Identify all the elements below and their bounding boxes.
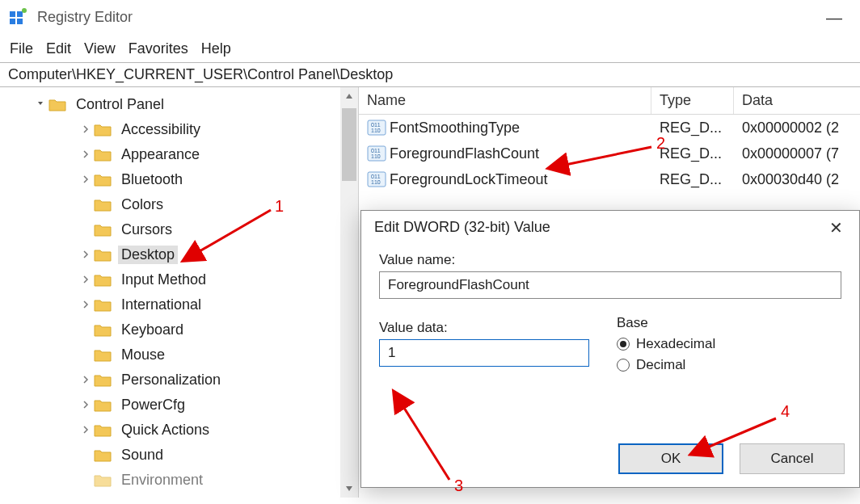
tree-item-cursors[interactable]: Cursors xyxy=(57,217,358,242)
address-bar[interactable]: Computer\HKEY_CURRENT_USER\Control Panel… xyxy=(0,62,860,87)
menubar: File Edit View Favorites Help xyxy=(0,36,860,62)
value-name: FontSmoothingType xyxy=(390,120,520,136)
column-header-data[interactable]: Data xyxy=(734,87,860,114)
folder-icon xyxy=(94,348,112,363)
tree-item-environment[interactable]: Environment xyxy=(57,468,358,493)
cell-type: REG_D... xyxy=(651,120,734,136)
tree-item-label: PowerCfg xyxy=(118,396,188,414)
chevron-right-icon[interactable] xyxy=(79,250,92,261)
chevron-right-icon[interactable] xyxy=(79,124,92,136)
tree: Control Panel AccessibilityAppearanceBlu… xyxy=(0,92,358,493)
dialog-buttons: OK Cancel xyxy=(618,443,845,474)
menu-help[interactable]: Help xyxy=(201,40,231,57)
svg-text:110: 110 xyxy=(371,128,381,133)
tree-item-desktop[interactable]: Desktop xyxy=(57,242,358,267)
value-name-field[interactable]: ForegroundFlashCount xyxy=(379,271,841,299)
chevron-down-icon[interactable] xyxy=(34,99,47,111)
tree-item-appearance[interactable]: Appearance xyxy=(57,142,358,167)
svg-text:011: 011 xyxy=(371,122,381,128)
chevron-right-icon[interactable] xyxy=(79,400,92,411)
tree-item-input-method[interactable]: Input Method xyxy=(57,267,358,292)
registry-editor-window: Registry Editor — File Edit View Favorit… xyxy=(0,0,860,504)
value-data-label: Value data: xyxy=(379,320,597,336)
tree-item-powercfg[interactable]: PowerCfg xyxy=(57,393,358,418)
tree-item-label: Sound xyxy=(118,446,167,464)
tree-scrollbar[interactable] xyxy=(340,87,358,498)
cancel-label: Cancel xyxy=(771,451,814,467)
tree-item-keyboard[interactable]: Keyboard xyxy=(57,317,358,342)
svg-rect-2 xyxy=(10,19,15,24)
app-title: Registry Editor xyxy=(37,9,826,26)
titlebar: Registry Editor — xyxy=(0,0,860,36)
scroll-down-button[interactable] xyxy=(340,480,358,498)
folder-icon xyxy=(94,173,112,187)
chevron-right-icon[interactable] xyxy=(79,300,92,311)
list-row[interactable]: 011 110 ForegroundFlashCountREG_D...0x00… xyxy=(359,141,860,166)
tree-item-label: Keyboard xyxy=(118,321,187,339)
list-header: Name Type Data xyxy=(359,87,860,115)
list-body: 011 110 FontSmoothingTypeREG_D...0x00000… xyxy=(359,115,860,192)
tree-label: Control Panel xyxy=(73,95,167,114)
radio-icon xyxy=(617,359,630,372)
folder-icon xyxy=(94,198,112,212)
registry-editor-icon xyxy=(8,8,27,27)
svg-rect-3 xyxy=(17,19,23,24)
scroll-thumb[interactable] xyxy=(342,108,356,181)
folder-icon xyxy=(94,473,112,488)
cell-data: 0x00000007 (7 xyxy=(734,145,860,162)
value-name-label: Value name: xyxy=(379,252,841,268)
tree-item-label: Cursors xyxy=(118,220,175,239)
tree-item-label: Accessibility xyxy=(118,120,204,139)
svg-text:011: 011 xyxy=(371,148,381,153)
chevron-right-icon[interactable] xyxy=(79,149,92,161)
address-text: Computer\HKEY_CURRENT_USER\Control Panel… xyxy=(8,66,393,82)
tree-root-control-panel[interactable]: Control Panel xyxy=(34,92,358,117)
svg-text:110: 110 xyxy=(371,179,381,185)
tree-item-international[interactable]: International xyxy=(57,292,358,317)
cell-type: REG_D... xyxy=(651,145,734,162)
radio-hex-label: Hexadecimal xyxy=(636,336,715,352)
tree-item-label: Quick Actions xyxy=(118,421,213,439)
menu-view[interactable]: View xyxy=(84,40,116,57)
tree-item-bluetooth[interactable]: Bluetooth xyxy=(57,167,358,192)
radio-decimal[interactable]: Decimal xyxy=(617,357,841,373)
cancel-button[interactable]: Cancel xyxy=(740,443,845,474)
close-icon[interactable]: ✕ xyxy=(826,220,846,236)
list-row[interactable]: 011 110 ForegroundLockTimeoutREG_D...0x0… xyxy=(359,166,860,192)
column-header-name[interactable]: Name xyxy=(359,87,651,114)
tree-item-mouse[interactable]: Mouse xyxy=(57,342,358,368)
list-row[interactable]: 011 110 FontSmoothingTypeREG_D...0x00000… xyxy=(359,115,860,141)
dialog-body: Value name: ForegroundFlashCount Value d… xyxy=(361,241,859,378)
tree-item-label: Input Method xyxy=(118,271,209,289)
window-controls: — xyxy=(826,10,852,26)
tree-item-quick-actions[interactable]: Quick Actions xyxy=(57,418,358,443)
radio-icon xyxy=(617,338,630,351)
menu-favorites[interactable]: Favorites xyxy=(129,40,188,57)
menu-file[interactable]: File xyxy=(10,40,33,57)
folder-icon xyxy=(94,373,112,388)
menu-edit[interactable]: Edit xyxy=(46,40,71,57)
column-header-type[interactable]: Type xyxy=(651,87,734,114)
value-data-input[interactable]: 1 xyxy=(379,339,589,367)
folder-icon xyxy=(94,248,112,262)
cell-name: 011 110 ForegroundFlashCount xyxy=(359,145,651,162)
folder-icon xyxy=(94,223,112,237)
minimize-button[interactable]: — xyxy=(826,10,842,26)
tree-item-personalization[interactable]: Personalization xyxy=(57,368,358,393)
radio-hexadecimal[interactable]: Hexadecimal xyxy=(617,336,841,352)
dialog-title: Edit DWORD (32-bit) Value xyxy=(374,219,550,236)
base-label: Base xyxy=(617,315,841,331)
dword-value-icon: 011 110 xyxy=(367,120,386,136)
dialog-titlebar: Edit DWORD (32-bit) Value ✕ xyxy=(361,211,859,241)
chevron-right-icon[interactable] xyxy=(79,174,92,186)
value-data-text: 1 xyxy=(388,345,395,360)
chevron-right-icon[interactable] xyxy=(79,375,92,386)
svg-text:011: 011 xyxy=(371,174,381,179)
scroll-up-button[interactable] xyxy=(340,87,358,105)
chevron-right-icon[interactable] xyxy=(79,425,92,436)
ok-button[interactable]: OK xyxy=(618,443,723,474)
chevron-right-icon[interactable] xyxy=(79,275,92,286)
tree-item-sound[interactable]: Sound xyxy=(57,443,358,468)
tree-item-accessibility[interactable]: Accessibility xyxy=(57,117,358,142)
tree-item-colors[interactable]: Colors xyxy=(57,192,358,217)
